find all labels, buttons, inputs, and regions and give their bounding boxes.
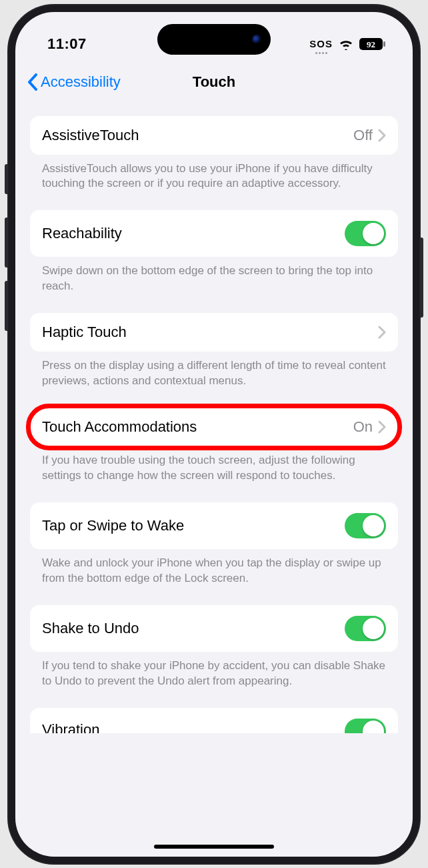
screen: 11:07 SOS 92 [15, 12, 413, 857]
chevron-right-icon [378, 420, 386, 434]
row-label: Haptic Touch [42, 324, 127, 341]
row-label: Shake to Undo [42, 620, 139, 637]
status-indicators: SOS 92 [309, 37, 386, 51]
sos-indicator: SOS [309, 38, 333, 49]
row-accessory: Off [353, 127, 386, 144]
phone-frame: 11:07 SOS 92 [7, 4, 421, 865]
settings-group: Tap or Swipe to WakeWake and unlock your… [30, 502, 398, 586]
row-label: Reachability [42, 225, 122, 242]
row-label: AssistiveTouch [42, 127, 139, 144]
settings-list: AssistiveTouchOffAssistiveTouch allows y… [15, 101, 413, 733]
row-label: Touch Accommodations [42, 418, 197, 436]
row-footer: Wake and unlock your iPhone when you tap… [30, 549, 398, 586]
settings-group: Touch AccommodationsOnIf you have troubl… [30, 408, 398, 484]
row-footer: If you have trouble using the touch scre… [30, 446, 398, 484]
row-accessory [378, 326, 386, 339]
row-value: Off [353, 127, 373, 144]
toggle-switch[interactable] [345, 616, 386, 641]
battery-indicator: 92 [359, 37, 386, 51]
settings-row-shake-to-undo[interactable]: Shake to Undo [30, 605, 398, 652]
row-footer: Press on the display using a different l… [30, 352, 398, 389]
row-accessory: On [353, 418, 386, 436]
back-label: Accessibility [41, 73, 121, 91]
toggle-switch[interactable] [345, 513, 386, 538]
chevron-right-icon [378, 129, 386, 142]
front-camera [252, 35, 261, 44]
settings-row-reachability[interactable]: Reachability [30, 210, 398, 257]
settings-row-touch-accommodations[interactable]: Touch AccommodationsOn [30, 408, 398, 446]
svg-rect-1 [383, 41, 385, 47]
toggle-knob [363, 515, 384, 536]
mute-switch [5, 164, 8, 194]
row-label: Vibration [42, 721, 99, 733]
settings-row-assistivetouch[interactable]: AssistiveTouchOff [30, 116, 398, 155]
back-button[interactable]: Accessibility [27, 73, 121, 91]
row-footer: If you tend to shake your iPhone by acci… [30, 652, 398, 689]
row-footer: AssistiveTouch allows you to use your iP… [30, 155, 398, 192]
battery-level: 92 [367, 39, 375, 49]
sos-dots [309, 52, 333, 54]
chevron-left-icon [27, 73, 38, 91]
row-footer: Swipe down on the bottom edge of the scr… [30, 257, 398, 294]
toggle-knob [363, 721, 384, 733]
row-value: On [353, 418, 373, 436]
toggle-switch[interactable] [345, 719, 386, 733]
power-button [420, 238, 423, 318]
settings-group: ReachabilitySwipe down on the bottom edg… [30, 210, 398, 294]
settings-group: Haptic TouchPress on the display using a… [30, 313, 398, 389]
wifi-icon [338, 38, 354, 50]
page-title: Touch [193, 73, 235, 91]
settings-group: Shake to UndoIf you tend to shake your i… [30, 605, 398, 689]
settings-group: AssistiveTouchOffAssistiveTouch allows y… [30, 116, 398, 192]
dynamic-island [157, 24, 271, 55]
row-accessory [345, 513, 386, 538]
settings-row-tap-or-swipe-to-wake[interactable]: Tap or Swipe to Wake [30, 502, 398, 549]
row-label: Tap or Swipe to Wake [42, 517, 184, 534]
status-time: 11:07 [47, 35, 87, 53]
chevron-right-icon [378, 326, 386, 339]
settings-row-haptic-touch[interactable]: Haptic Touch [30, 313, 398, 352]
settings-row-vibration[interactable]: Vibration [30, 708, 398, 733]
row-accessory [345, 616, 386, 641]
row-accessory [345, 221, 386, 246]
toggle-knob [363, 618, 384, 639]
toggle-switch[interactable] [345, 221, 386, 246]
volume-up-button [5, 218, 8, 268]
sos-label: SOS [309, 38, 333, 49]
toggle-knob [363, 223, 384, 244]
nav-bar: Accessibility Touch [15, 63, 413, 101]
volume-down-button [5, 281, 8, 331]
home-indicator[interactable] [154, 845, 274, 849]
